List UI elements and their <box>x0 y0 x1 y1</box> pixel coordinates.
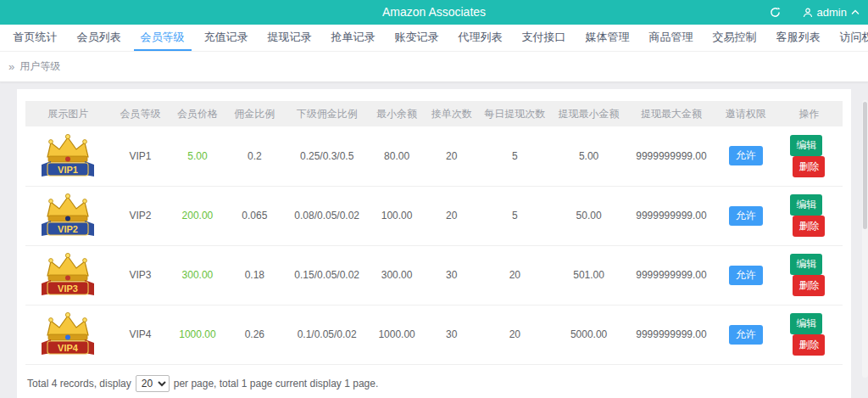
delete-button[interactable]: 删除 <box>793 156 825 177</box>
user-menu[interactable]: admin <box>803 6 860 19</box>
page-size-select[interactable]: 20 <box>136 375 170 392</box>
svg-text:VIP4: VIP4 <box>58 343 79 353</box>
cell-level: VIP3 <box>110 245 170 305</box>
cell-commission: 0.18 <box>225 245 284 305</box>
cell-commission: 0.2 <box>225 126 284 186</box>
invite-permission-badge[interactable]: 允许 <box>729 146 763 165</box>
edit-button[interactable]: 编辑 <box>790 254 822 275</box>
nav-item-recharge-records[interactable]: 充值记录 <box>198 25 255 51</box>
cell-max-withdrawal: 9999999999.00 <box>626 305 715 364</box>
cell-sub-commission: 0.08/0.05/0.02 <box>285 186 370 245</box>
cell-commission: 0.26 <box>225 305 284 364</box>
cell-grab-count: 30 <box>424 245 479 305</box>
col-header-grab-count: 接单次数 <box>424 101 479 126</box>
levels-card: 展示图片 会员等级 会员价格 佣金比例 下级佣金比例 最小余额 接单次数 每日提… <box>17 89 851 398</box>
col-header-min-withdrawal: 提现最小金额 <box>551 101 627 126</box>
cell-max-withdrawal: 9999999999.00 <box>626 245 715 305</box>
pagination-suffix: per page, total 1 page current display 1… <box>174 378 379 390</box>
cell-price: 300.00 <box>170 245 225 305</box>
username: admin <box>817 6 847 19</box>
cell-min-balance: 100.00 <box>370 186 425 245</box>
table-row: VIP1 VIP1 5.00 0.2 0.25/0.3/0.5 80.00 20… <box>25 126 843 186</box>
cell-min-balance: 300.00 <box>370 245 425 305</box>
nav-item-transaction-control[interactable]: 交易控制 <box>706 25 764 51</box>
cell-daily-withdrawals: 20 <box>479 245 551 305</box>
delete-button[interactable]: 删除 <box>793 334 825 356</box>
col-header-invite-permission: 邀请权限 <box>715 101 775 126</box>
cell-min-withdrawal: 5.00 <box>551 126 627 186</box>
svg-text:VIP2: VIP2 <box>58 224 78 234</box>
nav-item-grab-order-records[interactable]: 抢单记录 <box>325 25 382 51</box>
cell-min-balance: 1000.00 <box>370 305 425 364</box>
nav-item-member-level[interactable]: 会员等级 <box>134 25 192 51</box>
nav-item-service-list[interactable]: 客服列表 <box>770 25 827 51</box>
col-header-image: 展示图片 <box>25 101 110 126</box>
cell-grab-count: 20 <box>424 126 479 186</box>
app-header: Amazon Associates admin <box>0 0 868 25</box>
col-header-actions: 操作 <box>776 101 843 126</box>
refresh-button[interactable] <box>770 7 781 18</box>
table-row: VIP2 VIP2 200.00 0.065 0.08/0.05/0.02 10… <box>25 186 843 245</box>
cell-sub-commission: 0.25/0.3/0.5 <box>285 126 370 186</box>
vip-badge: VIP3 <box>25 245 110 305</box>
cell-sub-commission: 0.1/0.05/0.02 <box>285 305 370 364</box>
nav-item-product-management[interactable]: 商品管理 <box>643 25 700 51</box>
vip-badge: VIP1 <box>25 126 110 186</box>
cell-level: VIP1 <box>110 126 170 186</box>
col-header-price: 会员价格 <box>170 101 225 126</box>
vertical-scrollbar[interactable] <box>862 100 868 378</box>
nav-item-access-rights[interactable]: 访问权限 <box>833 25 868 51</box>
cell-min-balance: 80.00 <box>370 126 425 186</box>
pagination-footer: Total 4 records, display 20 per page, to… <box>25 365 843 392</box>
nav-item-balance-change-records[interactable]: 账变记录 <box>388 25 446 51</box>
cell-level: VIP4 <box>110 305 170 364</box>
cell-daily-withdrawals: 5 <box>479 126 551 186</box>
vip-badge: VIP2 <box>25 186 110 245</box>
user-icon <box>803 8 813 18</box>
invite-permission-badge[interactable]: 允许 <box>729 325 763 345</box>
edit-button[interactable]: 编辑 <box>790 135 822 156</box>
nav-item-media-management[interactable]: 媒体管理 <box>579 25 637 51</box>
breadcrumb-chevrons-icon: » <box>8 60 14 73</box>
delete-button[interactable]: 删除 <box>793 216 825 237</box>
edit-button[interactable]: 编辑 <box>790 313 822 334</box>
chevron-up-icon <box>851 9 860 15</box>
table-row: VIP3 VIP3 300.00 0.18 0.15/0.05/0.02 300… <box>25 245 843 305</box>
svg-text:VIP1: VIP1 <box>58 164 78 174</box>
levels-table: 展示图片 会员等级 会员价格 佣金比例 下级佣金比例 最小余额 接单次数 每日提… <box>25 101 843 365</box>
breadcrumb-label: 用户等级 <box>19 59 60 74</box>
col-header-commission: 佣金比例 <box>225 101 284 126</box>
page-content: 展示图片 会员等级 会员价格 佣金比例 下级佣金比例 最小余额 接单次数 每日提… <box>0 82 868 398</box>
edit-button[interactable]: 编辑 <box>790 194 822 216</box>
col-header-sub-commission: 下级佣金比例 <box>285 101 370 126</box>
cell-grab-count: 30 <box>424 305 479 364</box>
invite-permission-badge[interactable]: 允许 <box>729 206 763 226</box>
nav-item-home-stats[interactable]: 首页统计 <box>7 25 64 51</box>
cell-grab-count: 20 <box>424 186 479 245</box>
cell-max-withdrawal: 9999999999.00 <box>626 186 715 245</box>
nav-item-withdrawal-records[interactable]: 提现记录 <box>261 25 319 51</box>
app-title: Amazon Associates <box>0 0 868 25</box>
refresh-icon <box>770 7 781 18</box>
invite-permission-badge[interactable]: 允许 <box>729 266 763 285</box>
cell-level: VIP2 <box>110 186 170 245</box>
nav-item-payment-interface[interactable]: 支付接口 <box>515 25 573 51</box>
cell-daily-withdrawals: 5 <box>479 186 551 245</box>
cell-daily-withdrawals: 20 <box>479 305 551 364</box>
cell-min-withdrawal: 5000.00 <box>551 305 627 364</box>
cell-price: 5.00 <box>170 126 225 186</box>
cell-sub-commission: 0.15/0.05/0.02 <box>285 245 370 305</box>
scrollbar-thumb[interactable] <box>863 102 867 229</box>
cell-price: 1000.00 <box>170 305 225 364</box>
cell-price: 200.00 <box>170 186 225 245</box>
delete-button[interactable]: 删除 <box>793 275 825 296</box>
col-header-level: 会员等级 <box>110 101 170 126</box>
cell-max-withdrawal: 9999999999.00 <box>626 126 715 186</box>
nav-item-member-list[interactable]: 会员列表 <box>70 25 128 51</box>
nav-bar: 首页统计 会员列表 会员等级 充值记录 提现记录 抢单记录 账变记录 代理列表 … <box>0 25 868 52</box>
col-header-daily-withdrawals: 每日提现次数 <box>479 101 551 126</box>
cell-min-withdrawal: 501.00 <box>551 245 627 305</box>
col-header-min-balance: 最小余额 <box>370 101 425 126</box>
nav-item-agent-list[interactable]: 代理列表 <box>452 25 509 51</box>
breadcrumb: » 用户等级 <box>0 52 868 82</box>
